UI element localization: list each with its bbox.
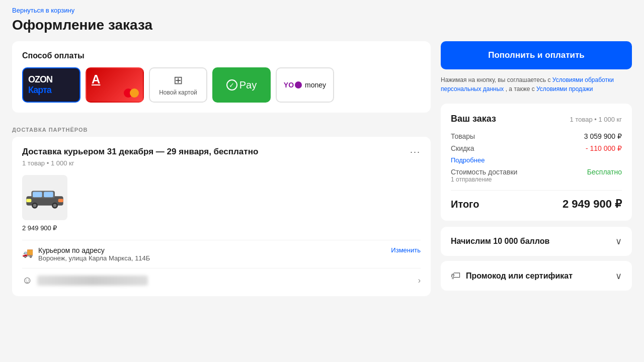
delivery-section: Доставка курьером 31 декабря — 29 января…: [12, 137, 431, 296]
items-label: Товары: [451, 132, 475, 140]
items-value: 3 059 900 ₽: [584, 132, 622, 140]
payment-method-alpha[interactable]: А: [86, 67, 144, 103]
new-card-icon: ⊞: [174, 74, 183, 87]
consent-sale-conditions-link[interactable]: Условиями продажи: [536, 85, 593, 93]
divider-2: [22, 268, 421, 268]
payment-section-label: Способ оплаты: [22, 51, 421, 60]
product-price: 2 949 900 ₽: [22, 224, 421, 232]
pay-button[interactable]: Пополнить и оплатить: [441, 41, 632, 69]
gpay-check-icon: ✓: [226, 79, 237, 90]
address-value: Воронеж, улица Карла Маркса, 114Б: [38, 254, 386, 262]
promo-accordion[interactable]: 🏷 Промокод или сертификат ∨: [441, 261, 632, 291]
yoomoney-logo: YO: [284, 81, 302, 89]
svg-rect-3: [44, 192, 53, 197]
order-summary: Ваш заказ 1 товар • 1 000 кг Товары 3 05…: [441, 104, 632, 221]
svg-rect-9: [58, 199, 63, 202]
items-row: Товары 3 059 900 ₽: [451, 132, 622, 140]
receiver-row[interactable]: ☺ ›: [22, 275, 421, 286]
bonuses-title: Начислим 10 000 баллов: [451, 237, 549, 246]
divider: [22, 240, 421, 240]
yoomoney-label: money: [305, 81, 326, 89]
alpha-letter: А: [92, 72, 100, 86]
discount-detail-link[interactable]: Подробнее: [451, 156, 622, 164]
discount-label: Скидка: [451, 144, 474, 152]
delivery-options-button[interactable]: ···: [410, 147, 421, 157]
payment-method-gpay[interactable]: ✓ Pay: [212, 67, 271, 103]
delivery-partners-bar: ДОСТАВКА ПАРТНЁРОВ: [12, 121, 431, 137]
payment-method-new-card[interactable]: ⊞ Новой картой: [149, 67, 207, 103]
gpay-label: Pay: [239, 79, 257, 91]
receiver-name-blurred: [37, 276, 148, 286]
discount-row: Скидка - 110 000 ₽: [451, 144, 622, 152]
right-column: Пополнить и оплатить Нажимая на кнопку, …: [441, 41, 632, 296]
delivery-meta: 1 товар • 1 000 кг: [22, 159, 421, 167]
discount-value: - 110 000 ₽: [586, 144, 622, 152]
new-card-label: Новой картой: [159, 89, 197, 96]
consent-text: Нажимая на кнопку, вы соглашаетесь с Усл…: [441, 75, 632, 94]
svg-point-5: [33, 204, 37, 207]
page-title: Оформление заказа: [12, 17, 632, 33]
left-column: Способ оплаты OZON Карта А: [12, 41, 431, 296]
delivery-cost-value: Бесплатно: [587, 168, 622, 183]
delivery-truck-icon: 🚚: [22, 247, 33, 258]
payment-method-yoomoney[interactable]: YO money: [276, 67, 334, 103]
bonuses-accordion[interactable]: Начислим 10 000 баллов ∨: [441, 227, 632, 256]
payment-method-ozon[interactable]: OZON Карта: [22, 67, 80, 103]
total-value: 2 949 900 ₽: [562, 198, 622, 211]
receiver-icon: ☺: [22, 275, 32, 286]
address-row: 🚚 Курьером по адресу Воронеж, улица Карл…: [22, 246, 421, 262]
svg-rect-2: [33, 192, 42, 197]
svg-rect-8: [26, 199, 31, 202]
bonuses-chevron-icon: ∨: [615, 236, 622, 247]
delivery-shipments: 1 отправление: [451, 176, 517, 183]
delivery-title: Доставка курьером 31 декабря — 29 января…: [22, 147, 258, 157]
order-summary-meta: 1 товар • 1 000 кг: [570, 116, 622, 123]
svg-point-7: [53, 204, 57, 207]
total-divider: [451, 190, 622, 191]
total-label: Итого: [451, 199, 479, 210]
back-to-cart-link[interactable]: Вернуться в корзину: [12, 7, 74, 14]
ozon-logo: OZON Карта: [28, 74, 74, 96]
delivery-cost-label: Стоимость доставки: [451, 168, 517, 176]
order-summary-title: Ваш заказ: [451, 114, 496, 124]
delivery-cost-row: Стоимость доставки 1 отправление Бесплат…: [451, 168, 622, 183]
promo-chevron-icon: ∨: [615, 270, 622, 282]
total-row: Итого 2 949 900 ₽: [451, 198, 622, 211]
payment-section: Способ оплаты OZON Карта А: [12, 41, 431, 113]
product-thumbnail: [22, 175, 67, 220]
promo-title: Промокод или сертификат: [466, 272, 573, 281]
chevron-right-icon: ›: [418, 276, 421, 285]
change-address-link[interactable]: Изменить: [391, 246, 421, 254]
promo-icon: 🏷: [451, 270, 461, 282]
mastercard-logo: [124, 88, 139, 98]
payment-methods-list: OZON Карта А: [22, 67, 421, 103]
address-type-label: Курьером по адресу: [38, 246, 386, 254]
